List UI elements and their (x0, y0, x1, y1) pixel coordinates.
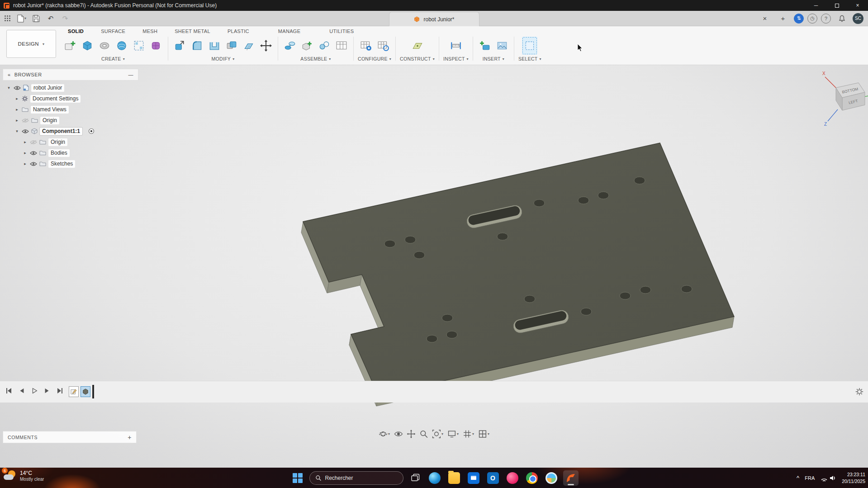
browser-item-bodies[interactable]: ▸ Bodies (3, 147, 138, 158)
timeline-step-forward-icon[interactable] (43, 387, 51, 395)
fusion-taskbar-icon[interactable] (563, 470, 579, 486)
maximize-button[interactable] (826, 0, 847, 11)
box-icon[interactable] (80, 37, 95, 55)
item-label[interactable]: Named Views (31, 106, 69, 114)
timeline-feature-sketch[interactable] (69, 386, 79, 397)
tray-chevron-up-icon[interactable]: ^ (797, 474, 799, 481)
as-built-joint-icon[interactable] (317, 37, 332, 55)
file-menu-icon[interactable]: ▾ (14, 12, 29, 25)
visibility-eye-icon[interactable] (30, 151, 37, 156)
minimize-button[interactable]: ─ (806, 0, 826, 11)
shell-icon[interactable] (207, 37, 222, 55)
timeline-playhead[interactable] (92, 385, 94, 398)
visibility-off-eye-icon[interactable] (22, 118, 29, 123)
tab-mesh[interactable]: MESH (142, 28, 157, 34)
start-button[interactable] (290, 470, 305, 486)
panel-collapse-icon[interactable]: « (8, 72, 11, 77)
chevron-right-icon[interactable]: ▸ (14, 96, 19, 101)
apps-grid-icon[interactable] (0, 12, 14, 25)
configure-icon[interactable] (358, 37, 374, 55)
help-icon[interactable]: ? (821, 14, 831, 24)
zoom-icon[interactable] (419, 430, 428, 438)
timeline-skip-end-icon[interactable] (56, 387, 64, 395)
new-tab-icon[interactable]: + (776, 12, 790, 25)
user-avatar[interactable]: SC (853, 13, 863, 24)
viewport-canvas[interactable]: « BROWSER — ▾ robot Junior ▸ Document Se… (0, 65, 868, 468)
browser-item-root[interactable]: ▾ robot Junior (3, 82, 138, 93)
search-input[interactable] (325, 475, 389, 481)
language-indicator[interactable]: FRA (805, 475, 815, 481)
move-copy-icon[interactable] (258, 37, 274, 55)
task-view-icon[interactable] (408, 470, 423, 486)
item-label[interactable]: robot Junior (31, 84, 64, 92)
grid-snaps-icon[interactable]: ▾ (463, 430, 474, 438)
browser-item-origin[interactable]: ▸ Origin (3, 115, 138, 126)
outlook-icon[interactable]: O (485, 470, 501, 486)
history-icon[interactable]: ◷ (807, 14, 817, 24)
taskbar-weather-widget[interactable]: 6 14°C Mostly clear (4, 469, 44, 482)
item-label[interactable]: Origin (48, 138, 67, 146)
visibility-eye-icon[interactable] (14, 85, 21, 90)
visibility-eye-icon[interactable] (22, 129, 29, 134)
fillet-icon[interactable] (190, 37, 205, 55)
item-label[interactable]: Origin (40, 117, 59, 124)
chevron-right-icon[interactable]: ▸ (23, 140, 28, 144)
item-label[interactable]: Bodies (48, 149, 70, 157)
tab-sheet-metal[interactable]: SHEET METAL (175, 28, 210, 34)
undo-icon[interactable]: ↶ (43, 12, 58, 25)
chevron-down-icon[interactable]: ▾ (14, 129, 19, 133)
store-icon[interactable] (466, 470, 481, 486)
viewports-icon[interactable]: ▾ (478, 430, 489, 438)
fit-view-icon[interactable]: ▾ (432, 430, 443, 438)
file-explorer-icon[interactable] (446, 470, 462, 486)
tab-utilities[interactable]: UTILITIES (329, 28, 354, 34)
browser-item-sketches[interactable]: ▸ Sketches (3, 158, 138, 169)
item-label[interactable]: Document Settings (30, 95, 81, 103)
item-label[interactable]: Component1:1 (40, 128, 82, 135)
chevron-right-icon[interactable]: ▸ (23, 161, 28, 166)
tab-surface[interactable]: SURFACE (101, 28, 125, 34)
torus-icon[interactable] (97, 37, 112, 55)
timeline-skip-start-icon[interactable] (5, 387, 13, 395)
chevron-right-icon[interactable]: ▸ (14, 118, 19, 123)
comments-bar[interactable]: COMMENTS + (3, 431, 137, 443)
pan-icon[interactable] (407, 430, 415, 438)
display-settings-icon[interactable]: ▾ (447, 430, 459, 438)
tab-solid[interactable]: SOLID (68, 28, 84, 34)
tab-manage[interactable]: MANAGE (278, 28, 300, 34)
job-status-icon[interactable]: ⇅ (794, 14, 804, 24)
offset-face-icon[interactable] (241, 37, 256, 55)
item-label[interactable]: Sketches (48, 160, 75, 168)
construction-plane-icon[interactable] (410, 37, 425, 55)
activate-component-radio[interactable] (88, 128, 95, 134)
taskbar-search[interactable] (309, 471, 403, 485)
close-button[interactable]: × (847, 0, 868, 11)
chevron-right-icon[interactable]: ▸ (14, 107, 19, 112)
settings-gear-icon[interactable] (855, 388, 863, 396)
timeline-feature-extrude[interactable] (81, 386, 90, 397)
look-at-icon[interactable] (394, 430, 403, 438)
chrome-icon[interactable] (524, 470, 540, 486)
timeline-step-back-icon[interactable] (18, 387, 25, 395)
design-workspace-dropdown[interactable]: DESIGN ▾ (6, 30, 56, 58)
edge-icon[interactable] (427, 470, 442, 486)
browser-item-document-settings[interactable]: ▸ Document Settings (3, 93, 138, 104)
close-tab-icon[interactable]: × (758, 12, 772, 25)
browser-item-component-origin[interactable]: ▸ Origin (3, 137, 138, 147)
redo-icon[interactable]: ↷ (58, 12, 72, 25)
measure-icon[interactable] (448, 37, 464, 55)
create-form-icon[interactable] (148, 37, 164, 55)
view-cube[interactable]: X Y Z BOTTOM LEFT (817, 68, 868, 131)
document-tab[interactable]: robot Junior* (389, 12, 479, 26)
taskbar-clock[interactable]: 23:23:11 20/11/2025 (842, 471, 865, 484)
visibility-off-eye-icon[interactable] (30, 140, 37, 145)
configuration-table-icon[interactable] (375, 37, 391, 55)
pattern-icon[interactable] (131, 37, 147, 55)
bom-table-icon[interactable] (334, 37, 349, 55)
new-component-icon[interactable] (299, 37, 315, 55)
photos-icon[interactable] (544, 470, 559, 486)
visibility-eye-icon[interactable] (30, 161, 37, 166)
chevron-right-icon[interactable]: ▸ (23, 151, 28, 155)
create-sketch-icon[interactable] (62, 37, 78, 55)
browser-item-component1[interactable]: ▾ Component1:1 (3, 126, 138, 137)
